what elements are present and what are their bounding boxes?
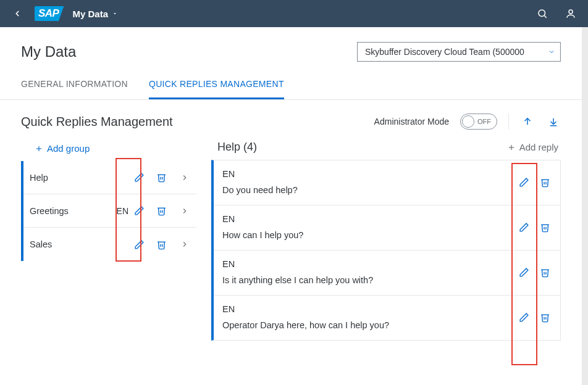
reply-actions bbox=[517, 175, 552, 189]
team-select-value: Skybuffer Discovery Cloud Team (500000 bbox=[365, 47, 543, 57]
sap-logo: SAP bbox=[35, 6, 64, 21]
edit-reply-button[interactable] bbox=[517, 220, 531, 234]
edit-reply-button[interactable] bbox=[517, 175, 531, 189]
search-icon bbox=[537, 8, 548, 19]
expand-group-button[interactable] bbox=[178, 238, 191, 251]
shell-title-dropdown[interactable]: My Data bbox=[72, 9, 118, 19]
reply-body: EN Operator Darya here, how can I help y… bbox=[222, 304, 517, 330]
reply-text: How can I help you? bbox=[222, 230, 517, 240]
edit-reply-button[interactable] bbox=[517, 265, 531, 279]
back-button[interactable] bbox=[9, 5, 26, 22]
svg-point-0 bbox=[539, 10, 545, 17]
edit-group-button[interactable] bbox=[132, 204, 146, 218]
shell-header: SAP My Data bbox=[0, 0, 588, 27]
caret-down-icon bbox=[112, 10, 118, 17]
pencil-icon bbox=[519, 267, 529, 278]
group-row-actions bbox=[132, 171, 191, 184]
group-label: Greetings bbox=[30, 206, 117, 216]
delete-group-button[interactable] bbox=[154, 204, 168, 218]
search-button[interactable] bbox=[536, 7, 548, 20]
expand-group-button[interactable] bbox=[178, 204, 191, 218]
pencil-icon bbox=[519, 312, 529, 323]
tab-quick-replies-management[interactable]: QUICK REPLIES MANAGEMENT bbox=[149, 79, 284, 99]
delete-reply-button[interactable] bbox=[538, 310, 552, 324]
delete-reply-button[interactable] bbox=[538, 175, 552, 189]
upload-icon bbox=[522, 116, 533, 127]
reply-actions bbox=[517, 310, 552, 324]
section-title: Quick Replies Management bbox=[21, 115, 173, 129]
group-label: Sales bbox=[30, 239, 128, 249]
trash-icon bbox=[540, 312, 550, 323]
replies-panel: Help (4) Add reply EN Do you need help? bbox=[211, 138, 561, 341]
toggle-text: OFF bbox=[477, 118, 491, 125]
replies-header: Help (4) Add reply bbox=[211, 138, 561, 160]
chevron-down-icon bbox=[548, 48, 555, 56]
reply-lang: EN bbox=[222, 304, 517, 314]
content-header: Quick Replies Management Administrator M… bbox=[21, 114, 561, 130]
group-row-help[interactable]: Help bbox=[23, 161, 196, 194]
group-row-actions bbox=[132, 238, 191, 251]
trash-icon bbox=[156, 239, 167, 250]
content: Quick Replies Management Administrator M… bbox=[0, 100, 582, 341]
add-group-button[interactable]: Add group bbox=[21, 138, 196, 161]
svg-line-1 bbox=[544, 15, 546, 17]
trash-icon bbox=[540, 267, 550, 278]
plus-icon bbox=[35, 144, 43, 153]
reply-row: EN Do you need help? bbox=[214, 160, 560, 205]
pencil-icon bbox=[519, 177, 529, 188]
user-button[interactable] bbox=[565, 7, 577, 20]
user-icon bbox=[565, 8, 576, 19]
delete-reply-button[interactable] bbox=[538, 220, 552, 234]
tab-general-information[interactable]: GENERAL INFORMATION bbox=[21, 79, 128, 99]
delete-group-button[interactable] bbox=[154, 238, 168, 251]
chevron-left-icon bbox=[13, 9, 22, 18]
edit-group-button[interactable] bbox=[132, 238, 146, 251]
add-reply-label: Add reply bbox=[519, 142, 558, 152]
pencil-icon bbox=[519, 222, 529, 233]
reply-row: EN How can I help you? bbox=[214, 205, 560, 250]
page-title: My Data bbox=[21, 43, 76, 60]
reply-body: EN Do you need help? bbox=[222, 169, 517, 195]
group-row-sales[interactable]: Sales bbox=[23, 228, 196, 261]
pencil-icon bbox=[134, 239, 145, 250]
reply-row: EN Is it anything else I can help you wi… bbox=[214, 250, 560, 296]
trash-icon bbox=[540, 222, 550, 233]
group-badge: EN bbox=[117, 206, 128, 216]
reply-body: EN Is it anything else I can help you wi… bbox=[222, 259, 517, 285]
download-button[interactable] bbox=[546, 114, 561, 129]
svg-point-2 bbox=[569, 10, 573, 14]
pencil-icon bbox=[134, 205, 145, 216]
edit-reply-button[interactable] bbox=[517, 310, 531, 324]
group-row-actions bbox=[132, 204, 191, 218]
reply-lang: EN bbox=[222, 214, 517, 224]
download-icon bbox=[548, 116, 559, 127]
expand-group-button[interactable] bbox=[178, 171, 191, 184]
add-group-label: Add group bbox=[47, 143, 90, 154]
shell-title-text: My Data bbox=[72, 9, 108, 19]
reply-text: Is it anything else I can help you with? bbox=[222, 275, 517, 285]
trash-icon bbox=[540, 177, 550, 188]
add-reply-button[interactable]: Add reply bbox=[507, 142, 558, 152]
pencil-icon bbox=[134, 172, 145, 183]
reply-lang: EN bbox=[222, 259, 517, 269]
reply-text: Operator Darya here, how can I help you? bbox=[222, 320, 517, 330]
chevron-right-icon bbox=[180, 207, 189, 215]
delete-group-button[interactable] bbox=[154, 171, 168, 184]
admin-mode-toggle[interactable]: OFF bbox=[460, 114, 497, 130]
divider bbox=[508, 114, 509, 130]
shell-header-left: SAP My Data bbox=[9, 5, 536, 22]
shell-header-right bbox=[536, 7, 577, 20]
page: My Data Skybuffer Discovery Cloud Team (… bbox=[0, 27, 588, 385]
trash-icon bbox=[156, 205, 167, 216]
team-select[interactable]: Skybuffer Discovery Cloud Team (500000 bbox=[357, 42, 561, 62]
group-row-greetings[interactable]: Greetings EN bbox=[23, 194, 196, 228]
upload-button[interactable] bbox=[520, 114, 535, 129]
columns: Add group Help Greetings EN bbox=[21, 138, 561, 341]
tabs: GENERAL INFORMATION QUICK REPLIES MANAGE… bbox=[0, 79, 582, 100]
page-header: My Data Skybuffer Discovery Cloud Team (… bbox=[0, 27, 582, 62]
plus-icon bbox=[507, 143, 516, 152]
delete-reply-button[interactable] bbox=[538, 265, 552, 279]
group-list: Help Greetings EN bbox=[21, 161, 196, 261]
edit-group-button[interactable] bbox=[132, 171, 146, 184]
group-label: Help bbox=[30, 173, 128, 183]
